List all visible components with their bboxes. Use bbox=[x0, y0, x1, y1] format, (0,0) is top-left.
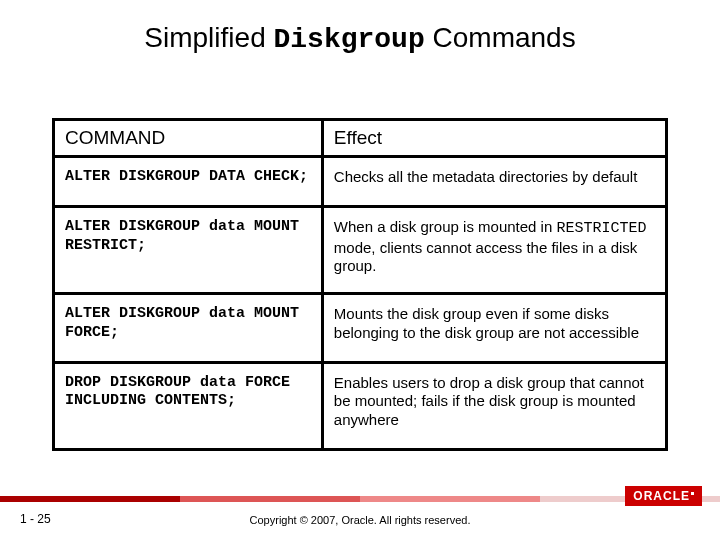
eff-mono: RESTRICTED bbox=[556, 220, 646, 237]
eff-text: Checks all the metadata directories by d… bbox=[334, 168, 638, 185]
table-row: ALTER DISKGROUP DATA CHECK; Checks all t… bbox=[54, 157, 667, 207]
eff-text: mode, clients cannot access the files in… bbox=[334, 239, 638, 275]
cell-effect: Checks all the metadata directories by d… bbox=[322, 157, 666, 207]
header-command: COMMAND bbox=[54, 120, 323, 157]
title-mono: Diskgroup bbox=[274, 24, 425, 55]
eff-text: Mounts the disk group even if some disks… bbox=[334, 305, 639, 341]
slide-title: Simplified Diskgroup Commands bbox=[0, 22, 720, 55]
table-header-row: COMMAND Effect bbox=[54, 120, 667, 157]
eff-text: When a disk group is mounted in bbox=[334, 218, 557, 235]
cell-command: ALTER DISKGROUP data MOUNT FORCE; bbox=[54, 294, 323, 363]
cell-effect: Mounts the disk group even if some disks… bbox=[322, 294, 666, 363]
table-row: ALTER DISKGROUP data MOUNT RESTRICT; Whe… bbox=[54, 206, 667, 293]
table-row: DROP DISKGROUP data FORCE INCLUDING CONT… bbox=[54, 362, 667, 449]
cell-command: DROP DISKGROUP data FORCE INCLUDING CONT… bbox=[54, 362, 323, 449]
cell-effect: Enables users to drop a disk group that … bbox=[322, 362, 666, 449]
eff-text: Enables users to drop a disk group that … bbox=[334, 374, 644, 429]
copyright-text: Copyright © 2007, Oracle. All rights res… bbox=[0, 514, 720, 526]
footer: 1 - 25 Copyright © 2007, Oracle. All rig… bbox=[0, 498, 720, 540]
slide: Simplified Diskgroup Commands COMMAND Ef… bbox=[0, 0, 720, 540]
cell-command: ALTER DISKGROUP data MOUNT RESTRICT; bbox=[54, 206, 323, 293]
table-row: ALTER DISKGROUP data MOUNT FORCE; Mounts… bbox=[54, 294, 667, 363]
title-post: Commands bbox=[425, 22, 576, 53]
cell-effect: When a disk group is mounted in RESTRICT… bbox=[322, 206, 666, 293]
title-pre: Simplified bbox=[144, 22, 273, 53]
header-effect: Effect bbox=[322, 120, 666, 157]
cell-command: ALTER DISKGROUP DATA CHECK; bbox=[54, 157, 323, 207]
commands-table: COMMAND Effect ALTER DISKGROUP DATA CHEC… bbox=[52, 118, 668, 451]
